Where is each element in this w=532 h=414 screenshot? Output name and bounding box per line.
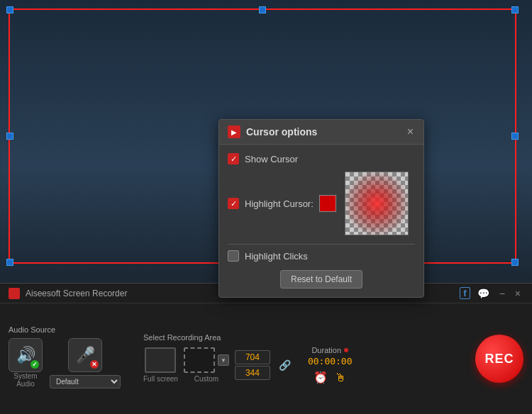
duration-text: Duration bbox=[311, 346, 341, 354]
handle-top-center[interactable] bbox=[259, 6, 266, 13]
highlight-cursor-checkbox[interactable] bbox=[228, 198, 239, 209]
microphone-button[interactable]: 🎤 ✕ bbox=[68, 338, 102, 372]
full-screen-label: Full screen bbox=[143, 375, 178, 383]
highlight-cursor-row: Highlight Cursor: bbox=[228, 172, 415, 235]
link-dimensions-icon[interactable]: 🔗 bbox=[276, 359, 294, 371]
highlight-clicks-label: Highlight Clicks bbox=[245, 251, 308, 262]
microphone-select[interactable]: Default bbox=[50, 375, 121, 388]
recording-controls: Full screen ▼ Custom 🔗 bbox=[143, 346, 467, 384]
system-audio-button[interactable]: 🔊 ✓ bbox=[9, 338, 43, 372]
duration-indicator bbox=[344, 348, 348, 352]
handle-mid-left[interactable] bbox=[6, 133, 13, 140]
alarm-icon[interactable]: ⏰ bbox=[314, 371, 328, 384]
handle-bottom-left[interactable] bbox=[6, 259, 13, 266]
toolbar-top-buttons: f 💬 − × bbox=[460, 286, 523, 301]
chat-icon[interactable]: 💬 bbox=[475, 286, 492, 301]
dialog-title: Cursor options bbox=[246, 126, 406, 138]
show-cursor-checkbox[interactable] bbox=[228, 153, 239, 164]
dialog-app-icon: ▶ bbox=[228, 125, 240, 138]
rec-button[interactable]: REC bbox=[475, 335, 523, 383]
close-button[interactable]: × bbox=[512, 286, 523, 301]
height-input[interactable] bbox=[235, 366, 270, 380]
custom-area-button[interactable]: ▼ Custom bbox=[184, 347, 229, 383]
facebook-icon[interactable]: f bbox=[460, 287, 470, 299]
cursor-options-dialog: ▶ Cursor options × Show Cursor Highlight… bbox=[218, 119, 424, 298]
custom-preview bbox=[184, 347, 215, 373]
full-screen-button[interactable]: Full screen bbox=[143, 347, 178, 383]
highlight-cursor-label: Highlight Cursor: bbox=[245, 198, 314, 209]
dialog-close-button[interactable]: × bbox=[406, 125, 415, 138]
dialog-body: Show Cursor Highlight Cursor: Highlight … bbox=[219, 145, 423, 297]
handle-mid-right[interactable] bbox=[511, 133, 519, 140]
duration-section: Duration 00:00:00 ⏰ 🖱 bbox=[308, 346, 353, 384]
dimensions-box bbox=[235, 350, 270, 380]
custom-label: Custom bbox=[194, 375, 218, 383]
minimize-button[interactable]: − bbox=[497, 286, 508, 301]
app-icon bbox=[9, 288, 20, 299]
audio-buttons: 🔊 ✓ System Audio 🎤 ✕ Default bbox=[9, 338, 121, 388]
custom-btn-row: ▼ bbox=[184, 347, 229, 373]
separator bbox=[228, 244, 415, 245]
duration-label: Duration bbox=[311, 346, 348, 354]
custom-dropdown[interactable]: ▼ bbox=[218, 354, 229, 366]
handle-top-left[interactable] bbox=[6, 6, 13, 13]
toolbar-main-content: Audio Source 🔊 ✓ System Audio 🎤 ✕ bbox=[0, 303, 532, 414]
highlight-clicks-row: Highlight Clicks bbox=[228, 250, 415, 262]
toolbar: Aiseesoft Screen Recorder f 💬 − × Audio … bbox=[0, 283, 532, 414]
highlight-glow bbox=[345, 172, 408, 235]
bottom-icons: ⏰ 🖱 bbox=[314, 371, 346, 384]
audio-section: Audio Source 🔊 ✓ System Audio 🎤 ✕ bbox=[9, 325, 129, 393]
highlight-clicks-checkbox[interactable] bbox=[228, 250, 239, 262]
fullscreen-preview bbox=[145, 347, 176, 373]
reset-button[interactable]: Reset to Default bbox=[280, 270, 362, 289]
duration-time: 00:00:00 bbox=[308, 356, 353, 367]
handle-bottom-right[interactable] bbox=[511, 259, 519, 266]
select-area-label: Select Recording Area bbox=[143, 333, 467, 342]
width-input[interactable] bbox=[235, 350, 270, 364]
audio-source-label: Audio Source bbox=[9, 325, 55, 334]
handle-top-right[interactable] bbox=[511, 6, 519, 13]
highlight-preview bbox=[345, 172, 409, 235]
show-cursor-label: Show Cursor bbox=[245, 154, 298, 164]
highlight-color-swatch[interactable] bbox=[319, 195, 336, 212]
system-audio-label: System Audio bbox=[9, 372, 43, 388]
microphone-status: ✕ bbox=[90, 360, 99, 369]
show-cursor-row: Show Cursor bbox=[228, 153, 415, 164]
rec-label: REC bbox=[484, 352, 514, 367]
fullscreen-btn-row bbox=[145, 347, 176, 373]
cursor-icon[interactable]: 🖱 bbox=[335, 371, 346, 384]
system-audio-status: ✓ bbox=[31, 360, 39, 369]
dialog-header: ▶ Cursor options × bbox=[219, 120, 423, 145]
recording-section: Select Recording Area Full screen ▼ Cust… bbox=[143, 333, 467, 384]
